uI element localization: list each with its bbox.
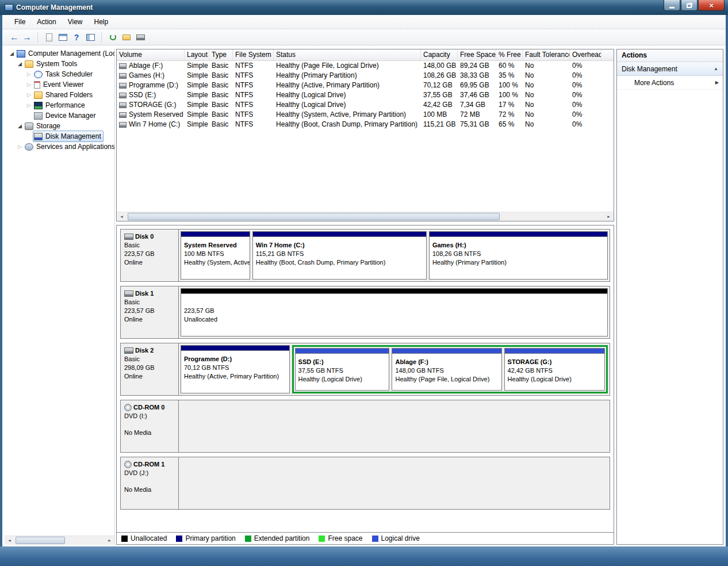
column-header-percent-free[interactable]: % Free	[496, 49, 523, 60]
disk-1-label[interactable]: Disk 1 Basic 223,57 GB Online	[121, 286, 179, 338]
volume-row[interactable]: Ablage (F:) Simple Basic NTFS Healthy (P…	[117, 61, 614, 71]
menu-item[interactable]: Help	[89, 16, 114, 28]
volume-cell: System Reserved	[117, 110, 185, 120]
scroll-left-button[interactable]: ◄	[5, 536, 14, 545]
tree-item-storage[interactable]: ◢ Storage	[5, 121, 114, 131]
region-unallocated[interactable]: 223,57 GB Unallocated	[181, 288, 608, 336]
partition-games[interactable]: Games (H:) 108,26 GB NTFS Healthy (Prima…	[429, 231, 608, 280]
legend-label: Extended partition	[254, 534, 310, 542]
column-header-type[interactable]: Type	[209, 49, 233, 60]
volume-list-pane: Volume Layout Type File System Status Ca…	[116, 49, 614, 221]
column-header-volume[interactable]: Volume	[117, 49, 185, 60]
restore-button[interactable]	[681, 0, 698, 11]
expander-expanded-icon[interactable]: ◢	[16, 121, 24, 131]
percent-free-cell: 100 %	[496, 81, 523, 90]
expander-collapsed-icon[interactable]: ▷	[25, 79, 33, 90]
expander-expanded-icon[interactable]: ◢	[8, 48, 16, 59]
tree-item-label: Computer Management (Local)	[28, 48, 115, 59]
partition-ablage[interactable]: Ablage (F:) 148,00 GB NTFS Healthy (Page…	[392, 348, 501, 391]
menu-item[interactable]: File	[9, 16, 30, 28]
column-header-free-space[interactable]: Free Space	[458, 49, 496, 60]
status-cell: Healthy (System, Active, Primary Partiti…	[274, 110, 421, 120]
scrollbar-track[interactable]	[14, 536, 105, 545]
volume-disk-icon	[119, 112, 127, 118]
partition-ssd[interactable]: SSD (E:) 37,55 GB NTFS Healthy (Logical …	[295, 348, 390, 391]
disk-name: Disk 0	[135, 232, 154, 241]
expander-expanded-icon[interactable]: ◢	[16, 59, 24, 69]
disk-state: No Media	[124, 485, 176, 494]
column-header-status[interactable]: Status	[274, 49, 421, 60]
tree-item-system-tools[interactable]: ◢ System Tools	[5, 59, 114, 69]
close-button[interactable]: ×	[698, 0, 725, 11]
cdrom-1-label[interactable]: CD-ROM 1 DVD (J:) No Media	[121, 457, 179, 509]
tree-item-device-manager[interactable]: Device Manager	[5, 110, 114, 121]
partition-status: Healthy (Boot, Crash Dump, Primary Parti…	[256, 258, 426, 267]
tree-item-task-scheduler[interactable]: ▷ Task Scheduler	[5, 69, 114, 79]
volume-list-horizontal-scrollbar[interactable]: ◄ ►	[117, 212, 614, 221]
menu-item[interactable]: Action	[32, 16, 61, 28]
partition-storage[interactable]: STORAGE (G:) 42,42 GB NTFS Healthy (Logi…	[504, 348, 605, 391]
tree-item-services-and-applications[interactable]: ▷ Services and Applications	[5, 142, 114, 152]
column-header-overhead[interactable]: Overhead	[570, 49, 601, 60]
volume-row[interactable]: SSD (E:) Simple Basic NTFS Healthy (Logi…	[117, 90, 614, 100]
disk-icon[interactable]	[133, 31, 147, 44]
tree-item-computer-management[interactable]: ◢ Computer Management (Local)	[5, 48, 114, 59]
disk-size: 298,09 GB	[124, 364, 176, 372]
scrollbar-thumb[interactable]	[16, 537, 65, 544]
properties-icon[interactable]	[83, 31, 97, 44]
help-icon[interactable]: ?	[70, 31, 83, 44]
scrollbar-track[interactable]	[127, 212, 604, 221]
tree-item-shared-folders[interactable]: ▷ Shared Folders	[5, 90, 114, 100]
menu-item[interactable]: View	[63, 16, 88, 28]
question-mark-icon: ?	[74, 33, 79, 42]
cd-rom-icon	[124, 461, 132, 468]
type-cell: Basic	[209, 110, 233, 120]
tree-item-label: Storage	[36, 121, 60, 131]
column-header-capacity[interactable]: Capacity	[421, 49, 458, 60]
tree-horizontal-scrollbar[interactable]: ◄ ►	[5, 536, 114, 545]
column-header-fault-tolerance[interactable]: Fault Tolerance	[523, 49, 570, 60]
graphical-view-pane: Disk 0 Basic 223,57 GB Online System Res…	[116, 225, 614, 545]
folder-icon[interactable]	[120, 31, 133, 44]
disk-2-label[interactable]: Disk 2 Basic 298,09 GB Online	[121, 343, 179, 395]
export-list-icon[interactable]	[42, 31, 56, 44]
collapse-chevron-icon[interactable]: ▲	[714, 66, 718, 71]
actions-section-disk-management[interactable]: Disk Management ▲	[617, 62, 723, 76]
expander-collapsed-icon[interactable]: ▷	[25, 100, 33, 110]
refresh-icon[interactable]	[106, 31, 120, 44]
tree-item-label: Event Viewer	[43, 79, 83, 90]
tree-item-event-viewer[interactable]: ▷ Event Viewer	[5, 79, 114, 90]
expander-collapsed-icon[interactable]: ▷	[16, 142, 24, 152]
partition-win7-home[interactable]: Win 7 Home (C:) 115,21 GB NTFS Healthy (…	[252, 231, 427, 280]
scroll-left-button[interactable]: ◄	[117, 212, 127, 221]
more-actions[interactable]: More Actions ▶	[617, 76, 723, 90]
tree-item-disk-management[interactable]: Disk Management	[5, 131, 114, 142]
forward-icon[interactable]: →	[21, 32, 33, 43]
overhead-cell: 0%	[570, 120, 601, 129]
back-icon[interactable]: ←	[8, 32, 21, 43]
column-header-file-system[interactable]: File System	[233, 49, 274, 60]
legend-swatch	[319, 536, 325, 542]
titlebar: Computer Management ×	[0, 0, 728, 15]
scroll-right-button[interactable]: ►	[604, 212, 614, 221]
show-console-tree-icon[interactable]	[56, 31, 70, 44]
volume-row[interactable]: Win 7 Home (C:) Simple Basic NTFS Health…	[117, 120, 614, 129]
partition-system-reserved[interactable]: System Reserved 100 MB NTFS Healthy (Sys…	[181, 231, 250, 280]
tree-item-performance[interactable]: ▷ Performance	[5, 100, 114, 110]
expander-collapsed-icon[interactable]: ▷	[25, 90, 33, 100]
volume-row[interactable]: STORAGE (G:) Simple Basic NTFS Healthy (…	[117, 100, 614, 110]
scrollbar-thumb[interactable]	[128, 213, 500, 220]
volume-row[interactable]: System Reserved Simple Basic NTFS Health…	[117, 110, 614, 120]
file-system-cell: NTFS	[233, 120, 274, 129]
volume-name: Games (H:)	[129, 71, 164, 81]
cdrom-0-label[interactable]: CD-ROM 0 DVD (I:) No Media	[121, 400, 179, 452]
partition-size: 148,00 GB NTFS	[395, 366, 501, 375]
minimize-button[interactable]	[664, 0, 680, 11]
volume-row[interactable]: Games (H:) Simple Basic NTFS Healthy (Pr…	[117, 71, 614, 81]
scroll-right-button[interactable]: ►	[105, 536, 114, 545]
volume-row[interactable]: Programme (D:) Simple Basic NTFS Healthy…	[117, 81, 614, 90]
partition-programme[interactable]: Programme (D:) 70,12 GB NTFS Healthy (Ac…	[181, 345, 290, 393]
column-header-layout[interactable]: Layout	[185, 49, 209, 60]
expander-collapsed-icon[interactable]: ▷	[25, 69, 33, 79]
disk-0-label[interactable]: Disk 0 Basic 223,57 GB Online	[121, 230, 179, 281]
